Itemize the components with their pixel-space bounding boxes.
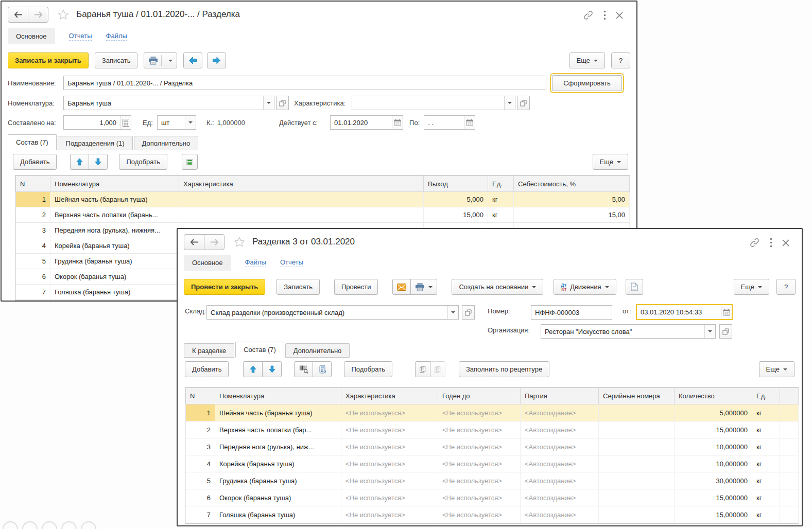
copy-rows-button[interactable] bbox=[415, 361, 430, 377]
output-list-button[interactable] bbox=[182, 154, 198, 170]
cell-char[interactable]: <Не используется> bbox=[341, 455, 438, 472]
cell-nomen[interactable]: Корейка (баранья туша) bbox=[50, 238, 179, 254]
cell-nomen[interactable]: Окорок (баранья туша) bbox=[215, 489, 341, 506]
add-row-button[interactable]: Добавить bbox=[185, 361, 229, 377]
cell-nomen[interactable]: Верхняя часть лопатки (барань... bbox=[50, 207, 179, 223]
barcode-scan-button[interactable] bbox=[294, 361, 313, 377]
col-nomen[interactable]: Номенклатура bbox=[50, 176, 179, 192]
cell-expiry[interactable]: <Не используется> bbox=[438, 472, 521, 489]
cell-qty[interactable]: 15,000000 bbox=[675, 489, 752, 506]
nav-files[interactable]: Файлы bbox=[106, 32, 127, 41]
cell-n[interactable]: 3 bbox=[16, 223, 50, 238]
table-row[interactable]: 7 Голяшка (баранья туша) <Не используетс… bbox=[186, 506, 799, 523]
cell-batch[interactable]: <Автосоздание> bbox=[521, 472, 599, 489]
open-item-button[interactable] bbox=[719, 324, 732, 339]
dropdown-button[interactable] bbox=[185, 116, 196, 129]
cell-qty[interactable]: 30,000000 bbox=[675, 472, 752, 489]
cell-expiry[interactable]: <Не используется> bbox=[438, 404, 521, 421]
composed-input[interactable]: 1,000 bbox=[63, 115, 131, 130]
cell-n[interactable]: 5 bbox=[16, 254, 50, 269]
cell-nomen[interactable]: Корейка (баранья туша) bbox=[215, 455, 341, 472]
print-button[interactable] bbox=[144, 52, 177, 68]
cell-expiry[interactable]: <Не используется> bbox=[438, 506, 521, 523]
cell-serial[interactable] bbox=[599, 438, 675, 455]
cell-unit[interactable]: кг bbox=[752, 489, 780, 506]
more-menu-icon[interactable] bbox=[603, 10, 606, 20]
tab-compose[interactable]: Состав (7) bbox=[8, 134, 57, 150]
save-close-button[interactable]: Записать и закрыть bbox=[8, 52, 89, 68]
table-row[interactable]: 1 Шейная часть (баранья туша) 5,000 кг 5… bbox=[16, 192, 630, 207]
cell-nomen[interactable]: Передняя нога (рулька), ниж... bbox=[215, 438, 341, 455]
cell-unit[interactable]: кг bbox=[752, 438, 780, 455]
col-n[interactable]: N bbox=[16, 176, 50, 192]
col-unit[interactable]: Ед. bbox=[752, 388, 780, 404]
more-button[interactable]: Еще bbox=[569, 52, 605, 68]
table-row[interactable]: 5 Грудинка (баранья туша) <Не использует… bbox=[186, 472, 799, 489]
calendar-button[interactable] bbox=[464, 116, 475, 129]
col-nomen[interactable]: Номенклатура bbox=[215, 388, 341, 404]
tab-additional[interactable]: Дополнительно bbox=[285, 343, 350, 358]
nav-main[interactable]: Основное bbox=[184, 255, 231, 271]
cell-char[interactable] bbox=[179, 207, 424, 223]
table-row[interactable]: 2 Верхняя часть лопатки (барань... 15,00… bbox=[16, 207, 630, 223]
cell-char[interactable]: <Не используется> bbox=[341, 472, 438, 489]
cell-nomen[interactable]: Грудинка (баранья туша) bbox=[50, 254, 179, 269]
cell-unit[interactable]: кг bbox=[752, 455, 780, 472]
cell-nomen[interactable]: Верхняя часть лопатки (бар... bbox=[215, 421, 341, 438]
cell-batch[interactable]: <Автосоздание> bbox=[521, 506, 599, 523]
col-qty[interactable]: Количество bbox=[675, 388, 752, 404]
col-unit[interactable]: Ед. bbox=[488, 176, 514, 192]
unit-input[interactable]: шт bbox=[157, 115, 196, 130]
cell-nomen[interactable]: Голяшка (баранья туша) bbox=[215, 506, 341, 523]
grid-more-button[interactable]: Еще bbox=[593, 154, 628, 170]
link-icon[interactable] bbox=[583, 10, 594, 21]
table-row[interactable]: 2 Верхняя часть лопатки (бар... <Не испо… bbox=[186, 421, 799, 438]
cell-batch[interactable]: <Автосоздание> bbox=[521, 489, 599, 506]
cell-batch[interactable]: <Автосоздание> bbox=[521, 404, 599, 421]
valid-from-input[interactable]: 01.01.2020 bbox=[330, 115, 403, 130]
back-button[interactable] bbox=[184, 234, 204, 250]
cell-serial[interactable] bbox=[599, 404, 675, 421]
save-button[interactable]: Записать bbox=[277, 279, 320, 295]
post-close-button[interactable]: Провести и закрыть bbox=[184, 279, 265, 295]
paste-rows-button[interactable] bbox=[430, 361, 445, 377]
pick-button[interactable]: Подобрать bbox=[344, 361, 392, 377]
cell-n[interactable]: 4 bbox=[186, 455, 215, 472]
move-down-button[interactable] bbox=[262, 361, 282, 377]
cell-serial[interactable] bbox=[599, 489, 675, 506]
valid-to-input[interactable]: . . bbox=[424, 115, 475, 130]
dropdown-button[interactable] bbox=[447, 306, 458, 319]
open-item-button[interactable] bbox=[517, 96, 530, 110]
cell-unit[interactable]: кг bbox=[752, 506, 780, 523]
move-up-button[interactable] bbox=[70, 154, 89, 170]
cell-n[interactable]: 2 bbox=[186, 421, 215, 438]
cell-batch[interactable]: <Автосоздание> bbox=[521, 421, 599, 438]
cell-n[interactable]: 3 bbox=[186, 438, 215, 455]
nav-reports[interactable]: Отчеты bbox=[69, 32, 92, 41]
cell-char[interactable]: <Не используется> bbox=[341, 506, 438, 523]
more-menu-icon[interactable] bbox=[770, 238, 772, 248]
tab-departments[interactable]: Подразделения (1) bbox=[58, 136, 133, 150]
prev-item-button[interactable] bbox=[183, 52, 202, 68]
col-char[interactable]: Характеристика bbox=[179, 176, 424, 192]
cell-nomen[interactable]: Шейная часть (баранья туша) bbox=[215, 404, 341, 421]
warehouse-input[interactable]: Склад разделки (производственный склад) bbox=[206, 305, 459, 320]
nav-files[interactable]: Файлы bbox=[245, 258, 266, 267]
movements-button[interactable]: Дт Кт Движения bbox=[554, 279, 616, 295]
cell-n[interactable]: 1 bbox=[186, 404, 215, 421]
close-icon[interactable] bbox=[616, 12, 623, 19]
cell-unit[interactable]: кг bbox=[488, 207, 514, 223]
table-row[interactable]: 6 Окорок (баранья туша) <Не используется… bbox=[186, 489, 799, 506]
cell-n[interactable]: 4 bbox=[16, 238, 50, 254]
favorite-star-icon[interactable] bbox=[57, 9, 70, 21]
table-row[interactable]: 3 Передняя нога (рулька), ниж... <Не исп… bbox=[186, 438, 799, 455]
data-terminal-button[interactable] bbox=[313, 361, 332, 377]
cell-qty[interactable]: 10,000000 bbox=[675, 438, 752, 455]
tab-to-cutting[interactable]: К разделке bbox=[184, 343, 234, 358]
cell-expiry[interactable]: <Не используется> bbox=[438, 455, 521, 472]
cell-n[interactable]: 7 bbox=[186, 506, 215, 523]
cell-unit[interactable]: кг bbox=[488, 192, 514, 207]
cell-serial[interactable] bbox=[599, 472, 675, 489]
calendar-button[interactable] bbox=[721, 305, 732, 319]
open-item-button[interactable] bbox=[462, 305, 475, 320]
